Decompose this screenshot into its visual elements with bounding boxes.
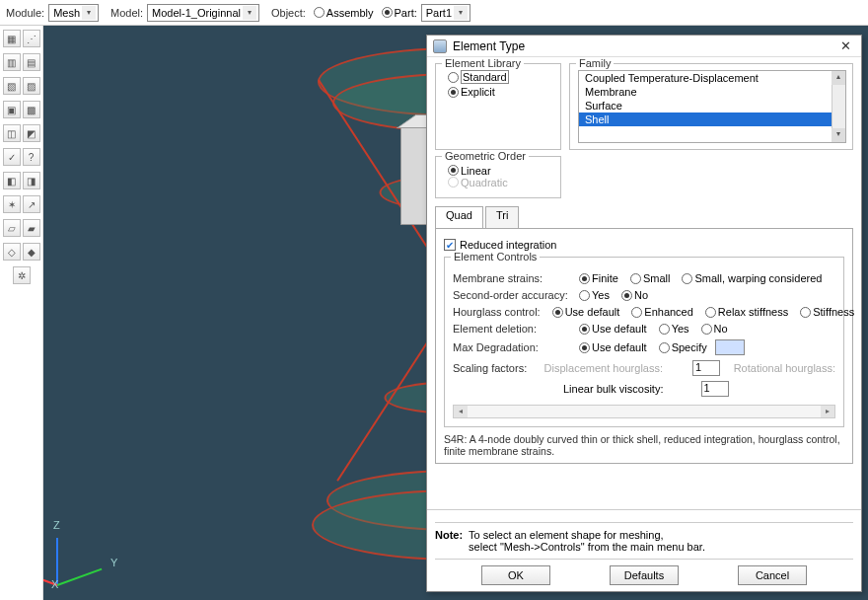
membrane-finite-radio[interactable]: Finite [579, 272, 618, 284]
chevron-down-icon: ▾ [454, 6, 468, 20]
family-item[interactable]: Membrane [579, 85, 845, 99]
tool-icon[interactable]: ◆ [23, 243, 40, 261]
seed-part-icon[interactable]: ▦ [3, 30, 21, 47]
chevron-down-icon: ▾ [243, 6, 256, 20]
model-value: Model-1_Originnal [152, 7, 241, 19]
bulk-row: Linear bulk viscosity: 1 [453, 381, 835, 397]
order-quadratic-radio: Quadratic [448, 177, 508, 188]
query-icon[interactable]: ? [23, 148, 40, 166]
second-order-row: Second-order accuracy: Yes No [453, 289, 835, 301]
maxdeg-default-radio[interactable]: Use default [579, 341, 647, 353]
tool-icon[interactable]: ▱ [3, 219, 21, 237]
maxdeg-specify-radio[interactable]: Specify [659, 341, 707, 353]
disp-hourglass-input[interactable]: 1 [692, 360, 720, 376]
hourglass-enhanced-radio[interactable]: Enhanced [631, 306, 693, 318]
reduced-integration-check[interactable]: ✔ Reduced integration [444, 239, 844, 251]
axis-triad: Z Y X [57, 527, 116, 586]
element-description: S4R: A 4-node doubly curved thin or thic… [444, 433, 844, 457]
part-value: Part1 [426, 7, 452, 19]
mesh-controls-icon[interactable]: ▨ [23, 77, 40, 95]
chevron-down-icon: ▾ [82, 6, 96, 20]
maxdeg-specify-input[interactable] [715, 339, 745, 355]
dialog-footer: Note: To select an element shape for mes… [427, 509, 861, 591]
family-list[interactable]: Coupled Temperature-Displacement Membran… [578, 70, 846, 143]
partition-cell-icon[interactable]: ◩ [23, 124, 40, 142]
deletion-yes-radio[interactable]: Yes [659, 323, 689, 335]
object-assembly-radio[interactable]: Assembly [314, 7, 374, 19]
seed-edge-icon[interactable]: ⋰ [23, 30, 40, 47]
mesh-toolbox: ▦⋰ ▥▤ ▧▨ ▣▩ ◫◩ ✓? ◧◨ ✶↗ ▱▰ ◇◆ ✲ [0, 26, 43, 600]
element-controls-group: Element Controls Membrane strains: Finit… [444, 257, 844, 427]
tab-tri[interactable]: Tri [485, 206, 519, 228]
datum-csys-icon[interactable]: ✶ [3, 195, 21, 213]
note-line: select "Mesh->Controls" from the main me… [469, 541, 705, 553]
checkbox-icon: ✔ [444, 239, 456, 251]
note-label: Note: [435, 529, 463, 553]
bulk-viscosity-input[interactable]: 1 [701, 381, 729, 397]
tool-icon[interactable]: ◧ [3, 172, 21, 189]
tool-icon[interactable]: ▰ [23, 219, 40, 237]
family-item[interactable]: Coupled Temperature-Displacement [579, 71, 845, 85]
max-degradation-row: Max Degradation: Use default Specify [453, 339, 835, 355]
hourglass-relax-radio[interactable]: Relax stiffness [705, 306, 788, 318]
part-combo[interactable]: Part1 ▾ [421, 4, 470, 22]
tool-icon[interactable]: ▩ [23, 101, 40, 118]
object-part-radio[interactable]: Part: [382, 7, 417, 19]
model-label: Model: [110, 7, 143, 19]
hourglass-default-radio[interactable]: Use default [552, 306, 620, 318]
dialog-title: Element Type [453, 39, 525, 53]
module-value: Mesh [53, 7, 80, 19]
element-type-icon[interactable]: ▧ [3, 77, 21, 95]
mesh-region-icon[interactable]: ▤ [23, 53, 40, 71]
element-type-dialog: Element Type ✕ Element Library Standard … [426, 35, 862, 592]
tool-icon[interactable]: ▣ [3, 101, 21, 118]
module-combo[interactable]: Mesh ▾ [48, 4, 99, 22]
library-standard-radio[interactable]: Standard [448, 70, 509, 84]
membrane-strains-row: Membrane strains: Finite Small Small, wa… [453, 272, 835, 284]
settings-icon[interactable]: ✲ [13, 266, 31, 284]
deletion-default-radio[interactable]: Use default [579, 323, 647, 335]
scroll-down-icon[interactable]: ▾ [832, 128, 845, 142]
hourglass-row: Hourglass control: Use default Enhanced … [453, 306, 835, 318]
scrollbar-horizontal[interactable]: ◂ ▸ [453, 405, 835, 418]
ok-button[interactable]: OK [481, 565, 550, 585]
scrollbar-vertical[interactable]: ▴ ▾ [832, 71, 845, 142]
tab-panel-quad: ✔ Reduced integration Element Controls M… [435, 228, 853, 464]
context-toolbar: Module: Mesh ▾ Model: Model-1_Originnal … [0, 0, 868, 26]
mesh-part-icon[interactable]: ▥ [3, 53, 21, 71]
object-label: Object: [271, 7, 306, 19]
tool-icon[interactable]: ◨ [23, 172, 40, 189]
app-icon [433, 39, 447, 53]
family-item[interactable]: Surface [579, 99, 845, 112]
note-line: To select an element shape for meshing, [469, 529, 705, 541]
defaults-button[interactable]: Defaults [610, 565, 679, 585]
order-linear-radio[interactable]: Linear [448, 165, 491, 177]
deletion-row: Element deletion: Use default Yes No [453, 323, 835, 335]
scroll-left-icon[interactable]: ◂ [454, 406, 468, 417]
tab-quad[interactable]: Quad [435, 206, 483, 228]
library-explicit-radio[interactable]: Explicit [448, 86, 495, 98]
close-icon[interactable]: ✕ [835, 38, 855, 53]
dialog-titlebar[interactable]: Element Type ✕ [427, 36, 861, 57]
partition-face-icon[interactable]: ◫ [3, 124, 21, 142]
geometric-order-group: Geometric Order Linear Quadratic [435, 156, 561, 198]
family-item-selected[interactable]: Shell [579, 112, 845, 126]
scroll-up-icon[interactable]: ▴ [832, 71, 845, 85]
element-shape-tabs: Quad Tri [435, 206, 853, 228]
family-group: Family Coupled Temperature-Displacement … [569, 63, 853, 150]
hourglass-stiffness-radio[interactable]: Stiffness [800, 306, 854, 318]
element-library-group: Element Library Standard Explicit [435, 63, 561, 150]
scroll-right-icon[interactable]: ▸ [821, 406, 834, 417]
deletion-no-radio[interactable]: No [701, 323, 728, 335]
membrane-small-warp-radio[interactable]: Small, warping considered [682, 272, 822, 284]
membrane-small-radio[interactable]: Small [630, 272, 671, 284]
virtual-topology-icon[interactable]: ◇ [3, 243, 21, 261]
cancel-button[interactable]: Cancel [738, 565, 807, 585]
datum-axis-icon[interactable]: ↗ [23, 195, 40, 213]
model-combo[interactable]: Model-1_Originnal ▾ [147, 4, 259, 22]
second-order-yes-radio[interactable]: Yes [579, 289, 610, 301]
scaling-row: Scaling factors: Displacement hourglass:… [453, 360, 835, 376]
verify-mesh-icon[interactable]: ✓ [3, 148, 21, 166]
module-label: Module: [6, 7, 44, 19]
second-order-no-radio[interactable]: No [621, 289, 648, 301]
